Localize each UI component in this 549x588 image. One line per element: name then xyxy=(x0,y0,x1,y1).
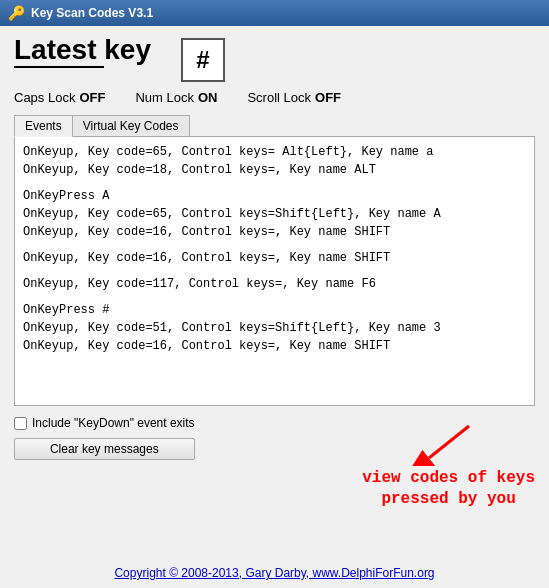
tab-events[interactable]: Events xyxy=(14,115,73,137)
scroll-lock-item: Scroll Lock OFF xyxy=(247,90,341,105)
svg-line-1 xyxy=(429,426,469,458)
title-bar-text: Key Scan Codes V3.1 xyxy=(31,6,153,20)
caps-lock-name: Caps Lock xyxy=(14,90,75,105)
events-panel[interactable]: OnKeyup, Key code=65, Control keys= Alt{… xyxy=(14,136,535,406)
event-line: OnKeyup, Key code=51, Control keys=Shift… xyxy=(23,319,526,337)
copyright-bar: Copyright © 2008-2013, Gary Darby, www.D… xyxy=(0,565,549,580)
bottom-left: Include "KeyDown" event exits Clear key … xyxy=(14,416,195,460)
bottom-section: Include "KeyDown" event exits Clear key … xyxy=(14,416,535,510)
latest-key-underline xyxy=(14,66,104,68)
num-lock-item: Num Lock ON xyxy=(135,90,217,105)
latest-key-label: Latest key xyxy=(14,36,151,64)
event-line: OnKeyup, Key code=18, Control keys=, Key… xyxy=(23,161,526,179)
latest-key-display: # xyxy=(181,38,225,82)
tab-virtual-key-codes[interactable]: Virtual Key Codes xyxy=(72,115,190,137)
event-line: OnKeyup, Key code=65, Control keys= Alt{… xyxy=(23,143,526,161)
title-bar: 🔑 Key Scan Codes V3.1 xyxy=(0,0,549,26)
latest-key-label-group: Latest key xyxy=(14,36,151,68)
checkbox-row: Include "KeyDown" event exits xyxy=(14,416,195,430)
keydown-label: Include "KeyDown" event exits xyxy=(32,416,195,430)
event-line: OnKeyPress # xyxy=(23,301,526,319)
caps-lock-value: OFF xyxy=(79,90,105,105)
tabs-row: Events Virtual Key Codes xyxy=(14,115,535,137)
app-icon: 🔑 xyxy=(8,5,25,21)
copyright-link[interactable]: Copyright © 2008-2013, Gary Darby, www.D… xyxy=(114,566,434,580)
lock-status-row: Caps Lock OFF Num Lock ON Scroll Lock OF… xyxy=(14,90,535,105)
clear-button[interactable]: Clear key messages xyxy=(14,438,195,460)
event-line: OnKeyup, Key code=65, Control keys=Shift… xyxy=(23,205,526,223)
scroll-lock-name: Scroll Lock xyxy=(247,90,311,105)
event-line: OnKeyup, Key code=16, Control keys=, Key… xyxy=(23,249,526,267)
red-arrow-icon xyxy=(409,416,489,466)
caps-lock-item: Caps Lock OFF xyxy=(14,90,105,105)
latest-key-row: Latest key # xyxy=(14,36,535,82)
scroll-lock-value: OFF xyxy=(315,90,341,105)
keydown-checkbox[interactable] xyxy=(14,417,27,430)
main-content: Latest key # Caps Lock OFF Num Lock ON S… xyxy=(0,26,549,520)
annotation-text: view codes of keys pressed by you xyxy=(362,468,535,510)
event-line: OnKeyup, Key code=16, Control keys=, Key… xyxy=(23,223,526,241)
num-lock-name: Num Lock xyxy=(135,90,194,105)
annotation-area: view codes of keys pressed by you xyxy=(362,416,535,510)
event-line: OnKeyPress A xyxy=(23,187,526,205)
event-line: OnKeyup, Key code=16, Control keys=, Key… xyxy=(23,337,526,355)
event-line: OnKeyup, Key code=117, Control keys=, Ke… xyxy=(23,275,526,293)
num-lock-value: ON xyxy=(198,90,218,105)
